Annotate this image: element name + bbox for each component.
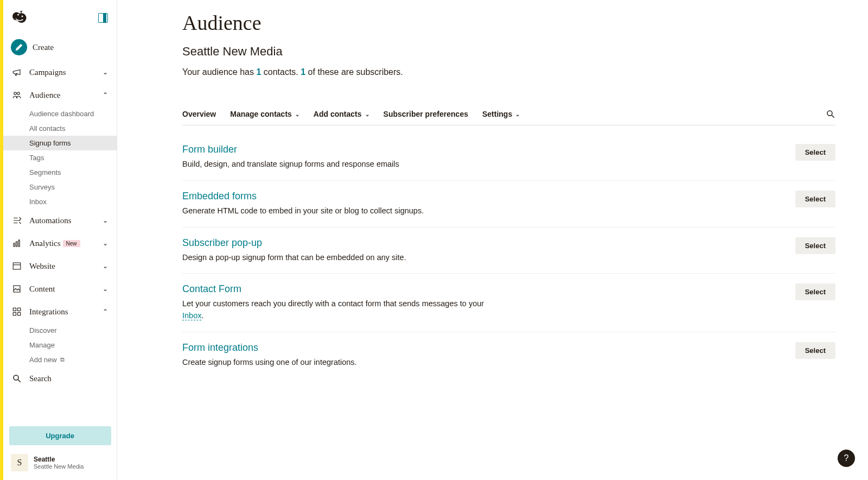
chevron-down-icon: ⌄ [103,285,108,293]
svg-point-5 [17,92,20,95]
nav-label: Search [29,374,52,383]
search-icon [11,372,23,384]
form-desc: Generate HTML code to embed in your site… [182,205,486,217]
svg-point-2 [17,14,19,16]
tab-settings[interactable]: Settings⌄ [482,103,520,125]
tab-overview[interactable]: Overview [182,103,216,125]
audience-summary: Your audience has 1 contacts. 1 of these… [182,67,835,77]
form-desc: Create signup forms using one of our int… [182,357,486,369]
nav-label: Analytics [29,239,61,248]
search-icon [826,109,835,119]
nav-content[interactable]: Content ⌄ [3,277,117,300]
subnav-all-contacts[interactable]: All contacts [3,121,117,136]
create-label: Create [33,43,54,52]
svg-rect-15 [18,313,21,315]
account-switcher[interactable]: S Seattle Seattle New Media [8,451,112,475]
pencil-icon [11,39,27,55]
sidebar: Create Campaigns ⌄ Audience ⌃ Audience d… [3,0,117,480]
svg-rect-12 [13,308,16,311]
subnav-segments[interactable]: Segments [3,165,117,180]
audience-name: Seattle New Media [182,45,835,59]
chevron-down-icon: ⌄ [103,217,108,224]
svg-line-19 [832,115,834,118]
nav-automations[interactable]: Automations ⌄ [3,209,117,232]
subnav-manage[interactable]: Manage [3,338,117,352]
svg-rect-6 [14,243,15,247]
tab-manage-contacts[interactable]: Manage contacts⌄ [230,103,299,125]
form-card-embedded-forms: Embedded forms Generate HTML code to emb… [182,181,835,228]
select-button[interactable]: Select [795,342,835,359]
svg-point-4 [14,92,17,95]
search-audience-button[interactable] [826,105,835,123]
form-title[interactable]: Subscriber pop-up [182,237,795,249]
svg-point-18 [827,111,832,116]
subnav-tags[interactable]: Tags [3,150,117,165]
tab-add-contacts[interactable]: Add contacts⌄ [314,103,369,125]
mailchimp-logo-icon[interactable] [11,10,27,26]
nav: Create Campaigns ⌄ Audience ⌃ Audience d… [3,34,117,421]
nav-label: Integrations [29,307,68,317]
help-button[interactable]: ? [838,450,855,467]
form-title[interactable]: Form integrations [182,342,795,353]
logo-row [3,0,117,34]
chevron-down-icon: ⌄ [295,111,299,117]
chevron-up-icon: ⌃ [103,308,108,315]
tab-subscriber-preferences[interactable]: Subscriber preferences [384,103,468,125]
avatar: S [11,454,28,471]
help-icon: ? [844,453,849,463]
form-list: Form builder Build, design, and translat… [182,141,835,378]
contacts-count[interactable]: 1 [256,67,261,77]
nav-campaigns[interactable]: Campaigns ⌄ [3,61,117,84]
nav-label: Content [29,285,55,294]
svg-point-3 [22,16,23,17]
nav-integrations[interactable]: Integrations ⌃ [3,300,117,323]
megaphone-icon [11,66,23,78]
svg-line-17 [18,380,21,382]
form-card-form-integrations: Form integrations Create signup forms us… [182,332,835,378]
form-card-subscriber-popup: Subscriber pop-up Design a pop-up signup… [182,228,835,274]
nav-audience[interactable]: Audience ⌃ [3,84,117,106]
svg-rect-11 [14,286,20,292]
nav-search[interactable]: Search [3,367,117,390]
page-title: Audience [182,11,835,35]
account-name: Seattle [34,456,84,463]
new-badge: New [63,240,80,247]
form-title[interactable]: Contact Form [182,283,795,295]
select-button[interactable]: Select [795,237,835,254]
form-title[interactable]: Embedded forms [182,191,795,202]
account-sub: Seattle New Media [34,463,84,470]
subnav-discover[interactable]: Discover [3,323,117,338]
inbox-link[interactable]: Inbox [182,311,201,320]
select-button[interactable]: Select [795,283,835,300]
external-link-icon: ⧉ [60,356,65,363]
website-icon [11,260,23,272]
select-button[interactable]: Select [795,144,835,161]
form-card-contact-form: Contact Form Let your customers reach yo… [182,274,835,332]
nav-website[interactable]: Website ⌄ [3,255,117,277]
subnav-inbox[interactable]: Inbox [3,194,117,209]
nav-analytics[interactable]: Analytics New ⌄ [3,232,117,255]
form-desc: Let your customers reach you directly wi… [182,298,486,322]
select-button[interactable]: Select [795,191,835,207]
subnav-surveys[interactable]: Surveys [3,180,117,194]
svg-rect-9 [13,263,21,269]
svg-rect-13 [18,308,21,311]
subnav-add-new[interactable]: Add new⧉ [3,352,117,367]
subscribers-count[interactable]: 1 [301,67,305,77]
form-card-form-builder: Form builder Build, design, and translat… [182,141,835,181]
chevron-down-icon: ⌄ [103,239,108,247]
create-button[interactable]: Create [3,34,117,61]
main-content: Audience Seattle New Media Your audience… [117,0,868,480]
nav-label: Audience [29,91,60,100]
chevron-down-icon: ⌄ [515,111,520,117]
collapse-sidebar-icon[interactable] [98,13,108,23]
subnav-signup-forms[interactable]: Signup forms [3,136,117,150]
analytics-icon [11,237,23,249]
upgrade-button[interactable]: Upgrade [9,426,111,445]
form-title[interactable]: Form builder [182,144,795,155]
audience-icon [11,89,23,101]
subnav-audience-dashboard[interactable]: Audience dashboard [3,106,117,121]
svg-rect-14 [13,313,16,315]
content-icon [11,283,23,295]
svg-rect-7 [16,242,17,247]
